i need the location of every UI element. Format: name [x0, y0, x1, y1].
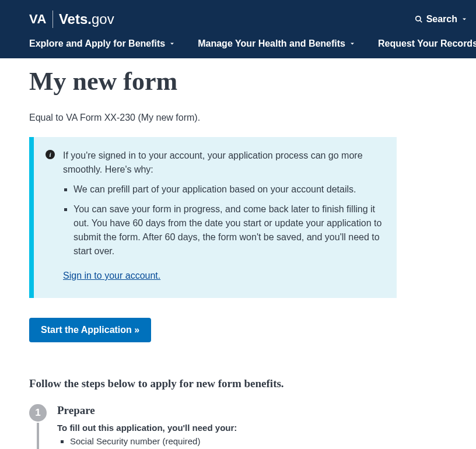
search-icon: [415, 15, 423, 23]
requirement-item: Social Security number (required): [70, 436, 237, 446]
chevron-down-icon: [349, 40, 356, 47]
info-intro: If you're signed in to your account, you…: [63, 149, 383, 177]
site-logo[interactable]: VA Vets.gov: [29, 10, 114, 28]
step-requirements: Social Security number (required): [57, 436, 237, 446]
svg-line-1: [419, 20, 422, 23]
step-subtitle: To fill out this application, you'll nee…: [57, 423, 237, 433]
main-content: My new form Equal to VA Form XX-230 (My …: [0, 58, 443, 449]
page-subtitle: Equal to VA Form XX-230 (My new form).: [29, 113, 414, 123]
nav-manage-health[interactable]: Manage Your Health and Benefits: [198, 38, 356, 49]
step-number-badge: 1: [29, 404, 47, 422]
info-body: If you're signed in to your account, you…: [63, 149, 383, 283]
svg-point-0: [415, 16, 420, 21]
search-label: Search: [426, 14, 457, 24]
chevron-down-icon: [169, 40, 176, 47]
nav-explore-benefits[interactable]: Explore and Apply for Benefits: [29, 38, 176, 49]
nav-request-records[interactable]: Request Your Records: [378, 38, 476, 49]
primary-nav: Explore and Apply for Benefits Manage Yo…: [0, 38, 476, 58]
step-connector-line: [37, 423, 39, 449]
step-body: Prepare To fill out this application, yo…: [57, 404, 237, 449]
header-top: VA Vets.gov Search: [0, 0, 476, 38]
page-title: My new form: [29, 66, 414, 96]
logo-divider: [52, 10, 53, 28]
info-icon: i: [46, 150, 55, 159]
chevron-down-icon: [461, 16, 468, 23]
logo-vets-text: Vets.gov: [59, 11, 114, 27]
info-bullets: We can prefill part of your application …: [63, 183, 383, 258]
info-bullet: You can save your form in progress, and …: [74, 202, 383, 258]
logo-va-text: VA: [29, 12, 47, 27]
steps-heading: Follow the steps below to apply for new …: [29, 377, 414, 390]
start-application-button[interactable]: Start the Application »: [29, 318, 151, 342]
step-prepare: 1 Prepare To fill out this application, …: [29, 404, 414, 449]
site-header: VA Vets.gov Search Explore and Apply for…: [0, 0, 476, 58]
info-alert: i If you're signed in to your account, y…: [29, 137, 397, 298]
info-bullet: We can prefill part of your application …: [74, 183, 383, 197]
sign-in-link[interactable]: Sign in to your account.: [63, 271, 160, 280]
search-toggle[interactable]: Search: [415, 14, 468, 24]
step-title: Prepare: [57, 404, 237, 417]
step-indicator: 1: [29, 404, 47, 449]
